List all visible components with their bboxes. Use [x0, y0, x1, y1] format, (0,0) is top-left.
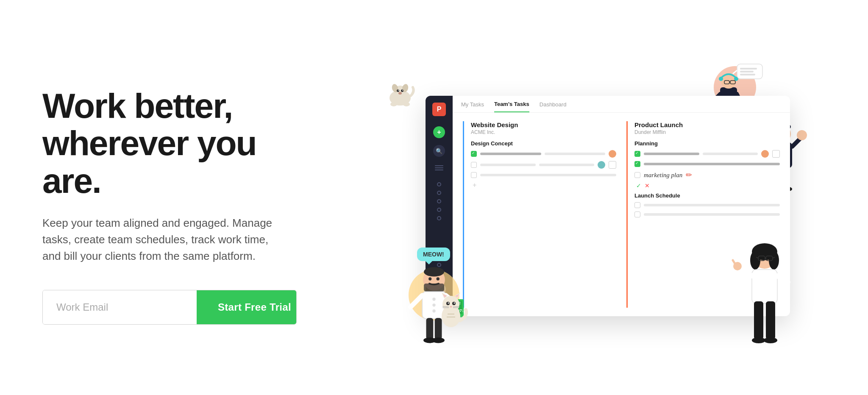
svg-point-73: [448, 303, 449, 304]
task-section-title-2: Planning: [634, 140, 780, 147]
svg-rect-61: [426, 318, 434, 339]
start-trial-button[interactable]: Start Free Trial: [197, 290, 297, 324]
app-logo: P: [432, 103, 446, 116]
project-client-1: ACME Inc.: [471, 129, 616, 135]
tick-cross-row: ✓ ✕: [636, 182, 780, 189]
add-task-icon[interactable]: +: [473, 181, 476, 189]
marketing-plan-row: marketing plan ✏: [634, 170, 780, 180]
speech-bubble-text: MEOW!: [423, 251, 444, 258]
headline: Work better, wherever you are.: [42, 87, 305, 200]
checkbox-4[interactable]: [634, 151, 640, 157]
task-bar-5: [644, 163, 780, 165]
checkbox-7[interactable]: [634, 202, 640, 208]
task-row-3: [471, 172, 616, 178]
checkbox-1[interactable]: [471, 151, 477, 157]
svg-point-95: [764, 337, 777, 343]
svg-point-74: [454, 303, 455, 304]
tab-my-tasks[interactable]: My Tasks: [461, 101, 484, 112]
task-bar-4: [644, 153, 699, 155]
subheadline: Keep your team aligned and engaged. Mana…: [42, 215, 288, 264]
sidebar-menu-icon[interactable]: [433, 164, 445, 172]
svg-line-99: [777, 276, 788, 282]
svg-rect-13: [740, 68, 757, 70]
sidebar-item-4[interactable]: [437, 208, 441, 212]
app-mockup: P + 🔍: [375, 70, 790, 333]
checkbox-8[interactable]: [634, 211, 640, 217]
svg-point-38: [397, 89, 399, 92]
svg-point-26: [797, 130, 807, 140]
task-bar-7: [644, 213, 780, 216]
svg-rect-93: [766, 301, 775, 339]
task-bar-3: [480, 174, 616, 176]
task-attachment-icon: [772, 150, 780, 158]
task-comment-icon: [609, 161, 616, 169]
tab-dashboard[interactable]: Dashboard: [540, 101, 567, 112]
tabs-bar: My Tasks Team's Tasks Dashboard: [453, 96, 790, 113]
sidebar-add-icon[interactable]: +: [433, 126, 445, 138]
page-wrapper: Work better, wherever you are. Keep your…: [0, 0, 868, 395]
sidebar-item-5[interactable]: [437, 216, 441, 220]
task-bar-2: [480, 164, 536, 166]
right-section: P + 🔍: [331, 0, 834, 395]
svg-point-94: [752, 337, 765, 343]
checkbox-6[interactable]: [634, 172, 640, 178]
svg-rect-15: [740, 74, 755, 75]
svg-rect-92: [754, 301, 763, 339]
svg-point-39: [401, 89, 403, 92]
task-row-5: [634, 161, 780, 167]
svg-line-98: [733, 260, 735, 264]
sidebar-item-1[interactable]: [437, 182, 441, 186]
project-client-2: Dunder Mifflin: [634, 129, 780, 135]
email-input[interactable]: [43, 290, 197, 324]
tab-teams-tasks[interactable]: Team's Tasks: [494, 101, 529, 112]
task-bar-1: [480, 153, 541, 155]
svg-point-53: [437, 277, 440, 280]
project-website-design: Website Design ACME Inc. Design Concept: [463, 121, 616, 308]
cat-character: [434, 291, 468, 329]
svg-point-66: [442, 296, 459, 313]
task-bar-4b: [703, 153, 758, 155]
sidebar-search-icon[interactable]: 🔍: [433, 145, 445, 157]
svg-point-64: [432, 337, 445, 343]
checkbox-2[interactable]: [471, 162, 477, 168]
svg-point-40: [398, 90, 399, 91]
svg-line-12: [697, 62, 739, 68]
cta-form: Start Free Trial: [42, 290, 297, 325]
dog-character: [383, 83, 417, 110]
project-name-1: Website Design: [471, 121, 616, 128]
task-section-title-1: Design Concept: [471, 140, 616, 147]
svg-line-54: [411, 295, 423, 307]
task-bar-1b: [545, 153, 606, 155]
task-avatar-2: [598, 161, 605, 169]
left-section: Work better, wherever you are. Keep your…: [42, 70, 331, 325]
task-row-1: [471, 150, 616, 158]
svg-point-85: [769, 251, 779, 270]
sidebar-item-2[interactable]: [437, 191, 441, 195]
task-row-2: [471, 161, 616, 169]
headline-line2: wherever you are.: [42, 124, 256, 200]
checkbox-3[interactable]: [471, 172, 477, 178]
task-row-6: [634, 202, 780, 208]
svg-point-50: [424, 267, 444, 276]
svg-rect-91: [752, 270, 777, 303]
svg-point-41: [402, 90, 403, 91]
task-row-7: [634, 211, 780, 217]
svg-rect-14: [740, 71, 754, 72]
project-name-2: Product Launch: [634, 121, 780, 128]
svg-point-5: [719, 77, 723, 81]
tick-icon[interactable]: ✓: [636, 182, 641, 189]
sidebar-item-3[interactable]: [437, 199, 441, 203]
task-avatar-3: [761, 150, 769, 158]
speech-bubble-meow: MEOW!: [417, 248, 450, 261]
checkbox-5[interactable]: [634, 161, 640, 167]
cross-icon[interactable]: ✕: [645, 182, 650, 189]
svg-line-11: [733, 70, 737, 74]
svg-point-52: [428, 277, 431, 280]
headline-line1: Work better,: [42, 86, 232, 125]
task-add-row-1[interactable]: +: [471, 181, 616, 189]
task-bar-6: [644, 204, 780, 206]
pencil-icon: ✏: [686, 170, 692, 180]
task-row-4: [634, 150, 780, 158]
task-section-title-3: Launch Schedule: [634, 192, 780, 199]
marketing-plan-text: marketing plan: [644, 172, 682, 179]
